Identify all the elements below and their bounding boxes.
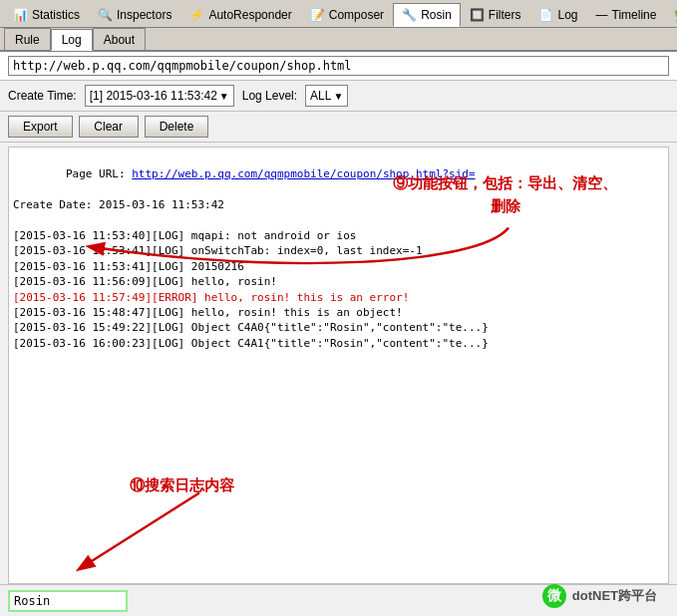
log-icon: 📄	[538, 8, 553, 22]
sub-tab-log-label: Log	[62, 33, 82, 47]
export-button[interactable]: Export	[8, 116, 73, 138]
tab-willow[interactable]: 🌿 Willow	[665, 3, 677, 27]
watermark-icon-text: 微	[547, 587, 561, 605]
timeline-icon: —	[596, 8, 608, 22]
sub-nav: Rule Log About	[0, 28, 677, 52]
url-input[interactable]	[8, 56, 669, 76]
sub-tab-about[interactable]: About	[93, 28, 146, 50]
tab-filters[interactable]: 🔲 Filters	[461, 3, 530, 27]
tab-timeline[interactable]: — Timeline	[587, 3, 666, 27]
sub-tab-log[interactable]: Log	[51, 29, 93, 51]
statistics-icon: 📊	[13, 8, 28, 22]
full-area: Page URL: http://web.p.qq.com/qqmpmobile…	[0, 143, 677, 616]
top-nav: 📊 Statistics 🔍 Inspectors ⚡ AutoResponde…	[0, 0, 677, 28]
tab-timeline-label: Timeline	[612, 8, 657, 22]
url-bar	[0, 52, 677, 81]
tab-log-label: Log	[557, 8, 577, 22]
filters-icon: 🔲	[470, 8, 485, 22]
inspectors-icon: 🔍	[98, 8, 113, 22]
rosin-icon: 🔧	[402, 8, 417, 22]
page-url-label: Page URL:	[66, 167, 132, 180]
tab-composer[interactable]: 📝 Composer	[301, 3, 393, 27]
sub-tab-rule[interactable]: Rule	[4, 28, 51, 50]
watermark: 微 dotNET跨平台	[542, 584, 657, 608]
log-area[interactable]: Page URL: http://web.p.qq.com/qqmpmobile…	[8, 147, 669, 584]
create-time-select[interactable]: [1] 2015-03-16 11:53:42 ▼	[85, 85, 234, 107]
tab-statistics-label: Statistics	[32, 8, 80, 22]
watermark-icon: 微	[542, 584, 566, 608]
create-time-value: [1] 2015-03-16 11:53:42	[90, 89, 217, 103]
log-line-5: [2015-03-16 15:48:47][LOG] hello, rosin!…	[13, 305, 664, 320]
tab-inspectors-label: Inspectors	[117, 8, 171, 22]
tab-autoresponder[interactable]: ⚡ AutoResponder	[180, 3, 300, 27]
log-line-0: [2015-03-16 11:53:40][LOG] mqapi: not an…	[13, 228, 664, 243]
tab-filters-label: Filters	[489, 8, 521, 22]
buttons-row: Export Clear Delete	[0, 112, 677, 143]
tab-inspectors[interactable]: 🔍 Inspectors	[89, 3, 180, 27]
log-level-select[interactable]: ALL ▼	[305, 85, 348, 107]
log-line-7: [2015-03-16 16:00:23][LOG] Object C4A1{"…	[13, 336, 664, 351]
tab-autoresponder-label: AutoResponder	[208, 8, 291, 22]
clear-button[interactable]: Clear	[79, 116, 139, 138]
controls-row: Create Time: [1] 2015-03-16 11:53:42 ▼ L…	[0, 81, 677, 112]
log-line-2: [2015-03-16 11:53:41][LOG] 20150216	[13, 259, 664, 274]
log-level-arrow: ▼	[333, 91, 343, 102]
watermark-text: dotNET跨平台	[572, 587, 657, 605]
create-time-arrow: ▼	[219, 91, 229, 102]
log-line-4: [2015-03-16 11:57:49][ERROR] hello, rosi…	[13, 290, 664, 305]
delete-button[interactable]: Delete	[145, 116, 209, 138]
sub-tab-about-label: About	[104, 33, 135, 47]
create-time-label: Create Time:	[8, 89, 77, 103]
log-line-3: [2015-03-16 11:56:09][LOG] hello, rosin!	[13, 274, 664, 289]
composer-icon: 📝	[310, 8, 325, 22]
log-line-6: [2015-03-16 15:49:22][LOG] Object C4A0{"…	[13, 320, 664, 335]
tab-rosin-label: Rosin	[421, 8, 452, 22]
tab-log[interactable]: 📄 Log	[529, 3, 586, 27]
page-url-link[interactable]: http://web.p.qq.com/qqmpmobile/coupon/sh…	[132, 167, 475, 180]
autoresponder-icon: ⚡	[189, 8, 204, 22]
log-level-value: ALL	[310, 89, 331, 103]
tab-rosin[interactable]: 🔧 Rosin	[393, 3, 461, 27]
log-url-line: Page URL: http://web.p.qq.com/qqmpmobile…	[13, 152, 664, 197]
log-spacer	[13, 213, 664, 228]
log-line-1: [2015-03-16 11:53:41][LOG] onSwitchTab: …	[13, 243, 664, 258]
log-create-date: Create Date: 2015-03-16 11:53:42	[13, 197, 664, 212]
search-input[interactable]	[8, 590, 128, 612]
main-content: Create Time: [1] 2015-03-16 11:53:42 ▼ L…	[0, 52, 677, 616]
tab-composer-label: Composer	[329, 8, 384, 22]
sub-tab-rule-label: Rule	[15, 33, 40, 47]
tab-statistics[interactable]: 📊 Statistics	[4, 3, 89, 27]
log-level-label: Log Level:	[242, 89, 297, 103]
